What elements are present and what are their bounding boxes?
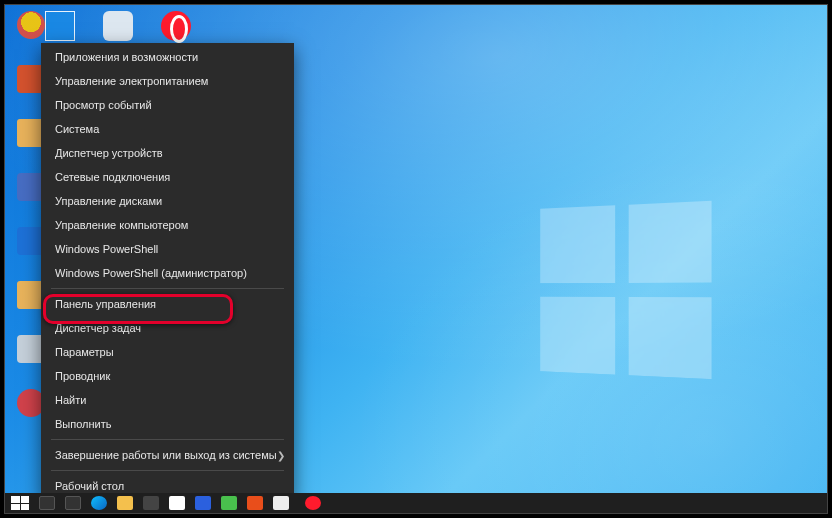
taskbar-store-icon[interactable]: [143, 496, 159, 510]
winx-power-menu[interactable]: Приложения и возможности Управление элек…: [41, 43, 294, 500]
start-button[interactable]: [11, 496, 29, 510]
menu-item-event-viewer[interactable]: Просмотр событий: [41, 93, 294, 117]
windows-logo: [540, 201, 712, 379]
taskbar-app-icon[interactable]: [195, 496, 211, 510]
menu-item-computer-mgmt[interactable]: Управление компьютером: [41, 213, 294, 237]
menu-item-powershell-admin[interactable]: Windows PowerShell (администратор): [41, 261, 294, 285]
taskbar-mail-icon[interactable]: [169, 496, 185, 510]
menu-item-run[interactable]: Выполнить: [41, 412, 294, 436]
menu-item-system[interactable]: Система: [41, 117, 294, 141]
menu-item-control-panel[interactable]: Панель управления: [41, 292, 294, 316]
chevron-right-icon: ❯: [277, 450, 285, 461]
menu-item-file-explorer[interactable]: Проводник: [41, 364, 294, 388]
menu-separator: [51, 288, 284, 289]
menu-item-shutdown-signout[interactable]: Завершение работы или выход из системы ❯: [41, 443, 294, 467]
menu-item-power-options[interactable]: Управление электропитанием: [41, 69, 294, 93]
desktop-top-row: [45, 11, 191, 41]
menu-item-device-manager[interactable]: Диспетчер устройств: [41, 141, 294, 165]
taskbar-edge-icon[interactable]: [91, 496, 107, 510]
taskbar-search-icon[interactable]: [39, 496, 55, 510]
menu-item-search[interactable]: Найти: [41, 388, 294, 412]
taskbar-app2-icon[interactable]: [221, 496, 237, 510]
taskbar-app3-icon[interactable]: [273, 496, 289, 510]
desktop-icon-yandex[interactable]: [17, 11, 45, 39]
menu-item-disk-management[interactable]: Управление дисками: [41, 189, 294, 213]
desktop-icon-shield[interactable]: [103, 11, 133, 41]
menu-item-task-manager[interactable]: Диспетчер задач: [41, 316, 294, 340]
menu-item-settings[interactable]: Параметры: [41, 340, 294, 364]
taskbar-opera-icon[interactable]: [305, 496, 321, 510]
taskbar-taskview-icon[interactable]: [65, 496, 81, 510]
taskbar-anydesk-icon[interactable]: [247, 496, 263, 510]
menu-separator: [51, 470, 284, 471]
menu-item-apps-features[interactable]: Приложения и возможности: [41, 45, 294, 69]
menu-item-powershell[interactable]: Windows PowerShell: [41, 237, 294, 261]
taskbar[interactable]: [5, 493, 827, 513]
desktop-icon-opera[interactable]: [161, 11, 191, 41]
desktop: Приложения и возможности Управление элек…: [4, 4, 828, 514]
menu-separator: [51, 439, 284, 440]
taskbar-explorer-icon[interactable]: [117, 496, 133, 510]
menu-item-network-conns[interactable]: Сетевые подключения: [41, 165, 294, 189]
